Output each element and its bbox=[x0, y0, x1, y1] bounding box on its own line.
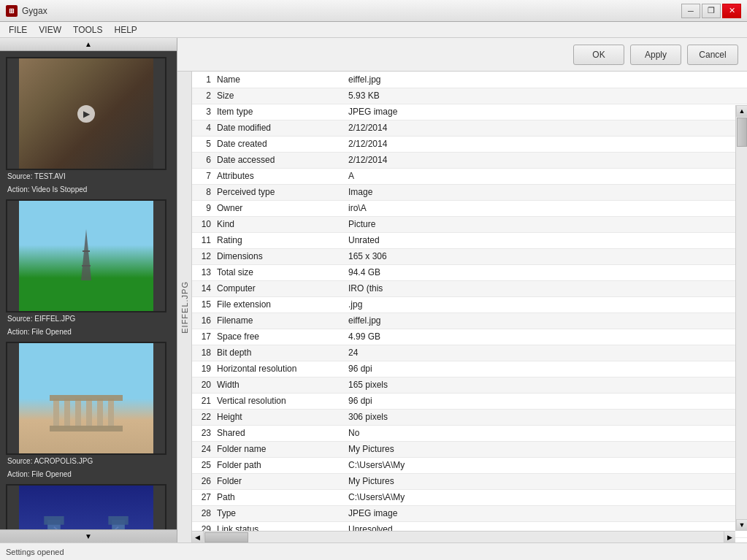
row-number: 2 bbox=[192, 88, 214, 104]
film-action-label: Action: File Opened bbox=[6, 326, 171, 339]
menu-help[interactable]: HELP bbox=[108, 23, 142, 37]
row-number: 18 bbox=[192, 345, 214, 361]
property-value: My Pictures bbox=[345, 441, 747, 457]
table-row[interactable]: 24 Folder name My Pictures bbox=[192, 441, 747, 457]
minimize-button[interactable]: ─ bbox=[681, 4, 700, 18]
properties-area: 1 Name eiffel.jpg 2 Size 5.93 KB 3 Item … bbox=[177, 72, 747, 538]
table-row[interactable]: 26 Folder My Pictures bbox=[192, 473, 747, 489]
table-row[interactable]: 18 Bit depth 24 bbox=[192, 345, 747, 361]
row-number: 14 bbox=[192, 280, 214, 296]
status-bar: Settings opened bbox=[0, 542, 747, 560]
list-item[interactable]: Source: EIFFEL.JPG Action: File Opened bbox=[6, 199, 171, 339]
app-title: Gygax bbox=[22, 6, 47, 16]
table-row[interactable]: 25 Folder path C:\Users\A\My bbox=[192, 457, 747, 473]
table-row[interactable]: 14 Computer IRO (this bbox=[192, 280, 747, 296]
table-row[interactable]: 13 Total size 94.4 GB bbox=[192, 264, 747, 280]
svg-rect-9 bbox=[50, 395, 123, 401]
film-strip-panel: ▲ ▶ Source: TEST.AVI Action: Video Is St… bbox=[0, 38, 177, 542]
h-scroll-thumb[interactable] bbox=[204, 532, 248, 542]
list-item[interactable]: Source: ACROPOLIS.JPG Action: File Opene… bbox=[6, 342, 171, 481]
tab-label[interactable]: EIFFEL.JPG bbox=[177, 72, 192, 542]
table-row[interactable]: 6 Date accessed 2/12/2014 bbox=[192, 152, 747, 168]
table-row[interactable]: 27 Path C:\Users\A\My bbox=[192, 489, 747, 505]
row-number: 22 bbox=[192, 409, 214, 425]
list-item[interactable]: ▶ Source: TEST.AVI Action: Video Is Stop… bbox=[6, 57, 171, 196]
table-row[interactable]: 19 Horizontal resolution 96 dpi bbox=[192, 361, 747, 377]
row-number: 27 bbox=[192, 489, 214, 505]
property-value: My Pictures bbox=[345, 473, 747, 489]
scroll-track[interactable] bbox=[736, 117, 747, 519]
film-thumbnail: ▶ bbox=[6, 57, 166, 170]
table-row[interactable]: 4 Date modified 2/12/2014 bbox=[192, 120, 747, 136]
scroll-down-button[interactable]: ▼ bbox=[0, 529, 177, 542]
property-name: Filename bbox=[214, 312, 345, 329]
table-row[interactable]: 11 Rating Unrated bbox=[192, 232, 747, 248]
property-value: 165 x 306 bbox=[345, 248, 747, 264]
table-row[interactable]: 22 Height 306 pixels bbox=[192, 409, 747, 425]
restore-button[interactable]: ❐ bbox=[702, 4, 721, 18]
close-button[interactable]: ✕ bbox=[722, 4, 741, 18]
scroll-left-button[interactable]: ◀ bbox=[192, 532, 204, 543]
table-row[interactable]: 9 Owner iro\A bbox=[192, 200, 747, 216]
ok-button[interactable]: OK bbox=[573, 45, 624, 65]
row-number: 3 bbox=[192, 104, 214, 120]
property-name: Computer bbox=[214, 280, 345, 296]
property-value: C:\Users\A\My bbox=[345, 489, 747, 505]
table-row[interactable]: 16 Filename eiffel.jpg bbox=[192, 312, 747, 329]
menu-tools[interactable]: TOOLS bbox=[67, 23, 108, 37]
cancel-button[interactable]: Cancel bbox=[687, 45, 738, 65]
property-name: Folder path bbox=[214, 457, 345, 473]
scroll-up-button[interactable]: ▲ bbox=[0, 38, 177, 51]
property-value: A bbox=[345, 168, 747, 184]
table-row[interactable]: 1 Name eiffel.jpg bbox=[192, 72, 747, 88]
property-value: JPEG image bbox=[345, 104, 747, 120]
property-value: 306 pixels bbox=[345, 409, 747, 425]
menu-file[interactable]: FILE bbox=[3, 23, 33, 37]
horizontal-scrollbar[interactable]: ◀ ▶ bbox=[192, 531, 735, 542]
scroll-thumb[interactable] bbox=[737, 118, 747, 147]
property-value: iro\A bbox=[345, 200, 747, 216]
property-name: Attributes bbox=[214, 168, 345, 184]
table-row[interactable]: 15 File extension .jpg bbox=[192, 296, 747, 312]
table-row[interactable]: 12 Dimensions 165 x 306 bbox=[192, 248, 747, 264]
table-row[interactable]: 3 Item type JPEG image bbox=[192, 104, 747, 120]
row-number: 11 bbox=[192, 232, 214, 248]
scroll-right-button[interactable]: ▶ bbox=[724, 532, 735, 543]
property-name: Rating bbox=[214, 232, 345, 248]
table-row[interactable]: 2 Size 5.93 KB bbox=[192, 88, 747, 104]
row-number: 21 bbox=[192, 393, 214, 409]
menu-view[interactable]: VIEW bbox=[33, 23, 67, 37]
vertical-scrollbar[interactable]: ▲ ▼ bbox=[735, 105, 747, 531]
table-row[interactable]: 20 Width 165 pixels bbox=[192, 377, 747, 393]
table-row[interactable]: 23 Shared No bbox=[192, 425, 747, 441]
property-name: Size bbox=[214, 88, 345, 104]
properties-scroll-area: EIFFEL.JPG 1 Name eiffel.jpg 2 Size 5.93… bbox=[177, 72, 747, 542]
property-value: 96 dpi bbox=[345, 393, 747, 409]
table-row[interactable]: 21 Vertical resolution 96 dpi bbox=[192, 393, 747, 409]
main-container: ▲ ▶ Source: TEST.AVI Action: Video Is St… bbox=[0, 38, 747, 542]
table-row[interactable]: 8 Perceived type Image bbox=[192, 184, 747, 200]
row-number: 1 bbox=[192, 72, 214, 88]
property-value: No bbox=[345, 425, 747, 441]
property-value: Picture bbox=[345, 216, 747, 232]
app-icon: ⊞ bbox=[6, 5, 18, 17]
row-number: 5 bbox=[192, 136, 214, 152]
table-row[interactable]: 7 Attributes A bbox=[192, 168, 747, 184]
table-row[interactable]: 10 Kind Picture bbox=[192, 216, 747, 232]
scroll-down-button[interactable]: ▼ bbox=[736, 519, 747, 531]
property-value: 2/12/2014 bbox=[345, 152, 747, 168]
apply-button[interactable]: Apply bbox=[630, 45, 681, 65]
table-row[interactable]: 5 Date created 2/12/2014 bbox=[192, 136, 747, 152]
table-row[interactable]: 28 Type JPEG image bbox=[192, 505, 747, 521]
film-thumbnail bbox=[6, 484, 166, 529]
svg-rect-8 bbox=[108, 399, 114, 428]
scroll-up-button[interactable]: ▲ bbox=[736, 105, 747, 117]
title-bar: ⊞ Gygax ─ ❐ ✕ bbox=[0, 0, 747, 22]
film-source-label: Source: ACROPOLIS.JPG bbox=[6, 455, 171, 468]
film-action-label: Action: File Opened bbox=[6, 468, 171, 481]
property-value: .jpg bbox=[345, 296, 747, 312]
h-scroll-track[interactable] bbox=[204, 532, 724, 542]
list-item[interactable]: Source: LONDON.JPG Action: File Opened bbox=[6, 484, 171, 529]
table-row[interactable]: 17 Space free 4.99 GB bbox=[192, 329, 747, 345]
property-value: 2/12/2014 bbox=[345, 120, 747, 136]
